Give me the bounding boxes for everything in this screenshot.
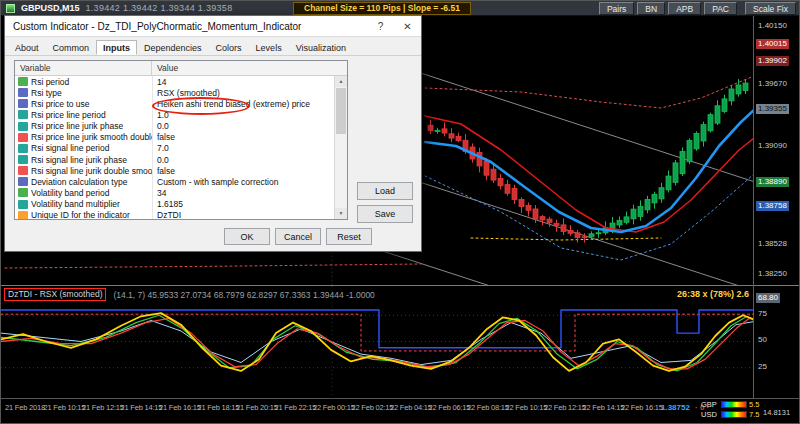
indicator-panel[interactable]	[1, 286, 754, 397]
indicator-values: (14.1, 7) 45.9533 27.0734 68.7979 62.829…	[113, 290, 374, 300]
param-row[interactable]: Rsi price line period1.0	[15, 109, 334, 120]
time-label: 22 Feb 14:15	[583, 403, 625, 412]
tab-inputs[interactable]: Inputs	[96, 40, 137, 55]
time-label: 22 Feb 00:15	[313, 403, 355, 412]
ok-button[interactable]: OK	[224, 228, 270, 245]
param-row[interactable]: Rsi price to useHeiken ashi trend biased…	[15, 98, 334, 109]
time-axis[interactable]: 1.38752 · 0 · GBP5.5USD7.5 14.8131 21 Fe…	[1, 399, 800, 424]
param-row[interactable]: Rsi signal line jurik double smoothfalse	[15, 165, 334, 176]
indicator-title: DzTDI - RSX (smoothed)	[4, 288, 106, 301]
indicator-scale-label: 75	[756, 309, 769, 319]
double-type-icon	[18, 144, 28, 153]
double-type-icon	[18, 155, 28, 164]
time-label: 21 Feb 18:15	[198, 403, 240, 412]
topbar-buttons: PairsBNAPBPAC	[599, 2, 737, 15]
time-label: 22 Feb 08:15	[467, 403, 509, 412]
param-value[interactable]: false	[152, 132, 334, 142]
scroll-down-icon[interactable]: ▼	[335, 208, 347, 219]
double-type-icon	[18, 122, 28, 131]
param-variable: Rsi price line jurik phase	[31, 121, 152, 131]
tab-levels[interactable]: Levels	[249, 40, 289, 55]
param-row[interactable]: Unique ID for the indicatorDzTDI	[15, 210, 334, 220]
tab-dependencies[interactable]: Dependencies	[137, 40, 209, 55]
load-button[interactable]: Load	[357, 182, 413, 200]
table-scrollbar[interactable]: ▲ ▼	[334, 76, 347, 219]
price-scale-label: 1.39902	[756, 56, 789, 66]
scroll-thumb[interactable]	[336, 88, 346, 134]
topbar-button-pairs[interactable]: Pairs	[599, 2, 634, 15]
help-button[interactable]: ?	[367, 16, 394, 36]
strength-gradient-bar	[721, 401, 747, 408]
param-row[interactable]: Rsi price line jurik smooth doublefalse	[15, 132, 334, 143]
param-row[interactable]: Rsi typeRSX (smoothed)	[15, 87, 334, 98]
param-variable: Rsi price line jurik smooth double	[31, 132, 152, 142]
indicator-scale[interactable]: 68.80755025	[754, 286, 800, 397]
time-label: 22 Feb 10:15	[506, 403, 548, 412]
time-label: 21 Feb 14:15	[121, 403, 163, 412]
dialog-title: Custom Indicator - Dz_TDI_PolyChormatic_…	[5, 21, 367, 32]
time-label: 21 Feb 16:15	[159, 403, 201, 412]
param-row[interactable]: Volatility band multiplier1.6185	[15, 199, 334, 210]
param-value[interactable]: Heiken ashi trend biased (extreme) price	[152, 99, 334, 109]
param-row[interactable]: Rsi signal line jurik phase0.0	[15, 154, 334, 165]
time-label: 21 Feb 10:15	[44, 403, 86, 412]
time-label: 22 Feb 04:15	[390, 403, 432, 412]
param-variable: Deviation calculation type	[31, 177, 152, 187]
tab-colors[interactable]: Colors	[209, 40, 249, 55]
terminal-window: GBPUSD,M15 1.39442 1.39442 1.39344 1.393…	[0, 0, 800, 424]
param-value[interactable]: 0.0	[152, 155, 334, 165]
param-value[interactable]: Custom - with sample correction	[152, 177, 334, 187]
tab-common[interactable]: Common	[46, 40, 97, 55]
param-value[interactable]: false	[152, 166, 334, 176]
dialog-titlebar[interactable]: Custom Indicator - Dz_TDI_PolyChormatic_…	[5, 16, 421, 37]
legend-row: USD7.5	[701, 410, 759, 419]
time-label: 21 Feb 22:15	[275, 403, 317, 412]
param-value[interactable]: RSX (smoothed)	[152, 88, 334, 98]
param-value[interactable]: 7.0	[152, 143, 334, 153]
price-scale-label: 1.39670	[756, 79, 789, 89]
param-variable: Rsi period	[31, 77, 152, 87]
time-label: 22 Feb 02:15	[352, 403, 394, 412]
dialog-tabs: AboutCommonInputsDependenciesColorsLevel…	[5, 37, 421, 56]
param-variable: Volatility band multiplier	[31, 199, 152, 209]
currency-strength-legend: GBP5.5USD7.5	[701, 400, 761, 422]
topbar-button-apb[interactable]: APB	[668, 2, 701, 15]
strength-value: 7.5	[749, 410, 759, 419]
param-value[interactable]: 1.0	[152, 110, 334, 120]
save-button[interactable]: Save	[357, 205, 413, 223]
reset-button[interactable]: Reset	[326, 228, 372, 245]
param-variable: Volatility band period	[31, 188, 152, 198]
price-scale-label: 1.39090	[756, 141, 789, 151]
candlestick-icon	[6, 4, 15, 13]
param-value[interactable]: 34	[152, 188, 334, 198]
param-row[interactable]: Deviation calculation typeCustom - with …	[15, 176, 334, 187]
scroll-up-icon[interactable]: ▲	[335, 76, 347, 87]
param-table: Variable Value Rsi period14Rsi typeRSX (…	[14, 60, 348, 220]
table-header: Variable Value	[15, 61, 347, 76]
topbar-button-pac[interactable]: PAC	[704, 2, 737, 15]
param-row[interactable]: Volatility band period34	[15, 187, 334, 198]
param-row[interactable]: Rsi signal line period7.0	[15, 143, 334, 154]
topbar-button-bn[interactable]: BN	[637, 2, 665, 15]
param-value[interactable]: DzTDI	[152, 210, 334, 220]
price-scale[interactable]: 1.401501.400151.399021.396701.393551.390…	[754, 16, 800, 285]
param-variable: Rsi signal line jurik phase	[31, 155, 152, 165]
param-value[interactable]: 14	[152, 77, 334, 87]
param-row[interactable]: Rsi price line jurik phase0.0	[15, 121, 334, 132]
scale-fix-button[interactable]: Scale Fix	[745, 2, 796, 15]
custom-indicator-dialog: Custom Indicator - Dz_TDI_PolyChormatic_…	[4, 15, 422, 252]
strength-gradient-bar	[721, 411, 747, 418]
param-row[interactable]: Rsi period14	[15, 76, 334, 87]
price-scale-label: 1.38528	[756, 239, 789, 249]
param-value[interactable]: 0.0	[152, 121, 334, 131]
cancel-button[interactable]: Cancel	[275, 228, 321, 245]
param-value[interactable]: 1.6185	[152, 199, 334, 209]
tab-visualization[interactable]: Visualization	[289, 40, 353, 55]
quote-values: 1.39442 1.39442 1.39344 1.39358	[86, 3, 233, 13]
symbol-label: GBPUSD,M15	[21, 3, 80, 13]
tab-about[interactable]: About	[8, 40, 46, 55]
time-label: 21 Feb 20:15	[236, 403, 278, 412]
bool-type-icon	[18, 166, 28, 175]
close-icon[interactable]: ✕	[394, 16, 421, 36]
strength-value: 5.5	[749, 400, 759, 409]
